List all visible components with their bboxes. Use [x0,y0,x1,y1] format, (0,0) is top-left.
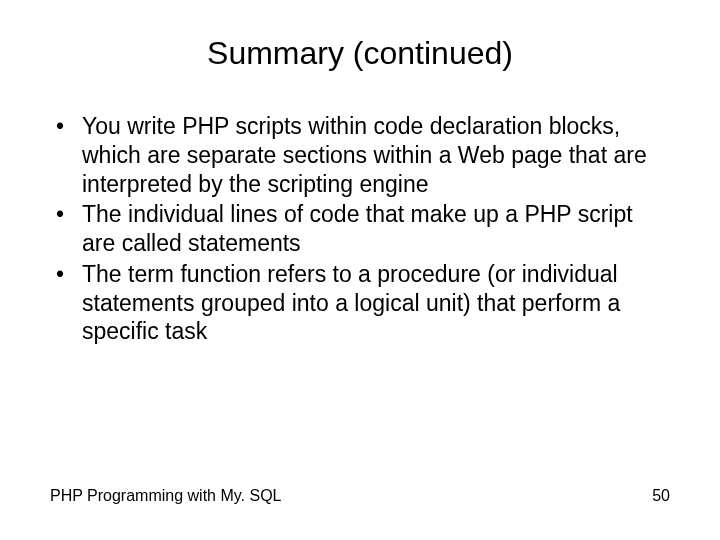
bullet-item: You write PHP scripts within code declar… [50,112,670,198]
slide-title: Summary (continued) [50,35,670,72]
slide-content: You write PHP scripts within code declar… [50,112,670,487]
page-number: 50 [652,487,670,505]
slide: Summary (continued) You write PHP script… [0,0,720,540]
bullet-item: The term function refers to a procedure … [50,260,670,346]
slide-footer: PHP Programming with My. SQL 50 [50,487,670,510]
footer-left: PHP Programming with My. SQL [50,487,281,505]
bullet-list: You write PHP scripts within code declar… [50,112,670,346]
bullet-item: The individual lines of code that make u… [50,200,670,258]
